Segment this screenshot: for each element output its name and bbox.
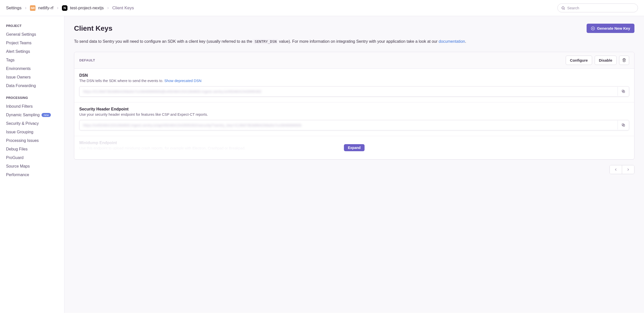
next-page-button[interactable] xyxy=(622,165,634,174)
trash-icon xyxy=(622,58,626,62)
copy-icon xyxy=(621,123,625,127)
client-key-panel: DEFAULT Configure Disable DSN The DSN te… xyxy=(74,52,634,160)
chevron-right-icon xyxy=(56,6,59,10)
sidebar-item-issue-grouping[interactable]: Issue Grouping xyxy=(6,128,64,136)
security-endpoint-field: https://o4504641531084800.ingest.sentry.… xyxy=(79,120,629,130)
breadcrumb-project[interactable]: test-project-nextjs xyxy=(70,6,104,11)
main-content: Client Keys Generate New Key To send dat… xyxy=(64,16,644,313)
expand-button[interactable]: Expand xyxy=(344,144,365,151)
plus-circle-icon xyxy=(591,26,595,30)
chevron-left-icon xyxy=(614,168,618,172)
sidebar-item-performance[interactable]: Performance xyxy=(6,171,64,179)
search-icon xyxy=(561,6,565,10)
security-endpoint-value[interactable]: https://o4504641531084800.ingest.sentry.… xyxy=(80,120,618,130)
prev-page-button[interactable] xyxy=(610,165,622,174)
breadcrumb-org[interactable]: netlify-rf xyxy=(38,6,53,11)
security-endpoint-title: Security Header Endpoint xyxy=(79,107,629,111)
dsn-code: SENTRY_DSN xyxy=(253,39,278,44)
disable-button[interactable]: Disable xyxy=(595,56,617,65)
svg-point-0 xyxy=(562,7,564,9)
sidebar-item-alert-settings[interactable]: Alert Settings xyxy=(6,47,64,56)
org-avatar: NR xyxy=(30,5,35,11)
sidebar-item-processing-issues[interactable]: Processing Issues xyxy=(6,136,64,145)
generate-new-key-label: Generate New Key xyxy=(597,26,630,30)
show-deprecated-dsn-link[interactable]: Show deprecated DSN xyxy=(164,79,202,83)
security-endpoint-description: Use your security header endpoint for fe… xyxy=(79,112,629,116)
sidebar-item-inbound-filters[interactable]: Inbound Filters xyxy=(6,102,64,111)
page-description: To send data to Sentry you will need to … xyxy=(74,38,634,45)
sidebar-item-general-settings[interactable]: General Settings xyxy=(6,30,64,39)
configure-button[interactable]: Configure xyxy=(566,56,592,65)
key-name: DEFAULT xyxy=(79,58,95,62)
sidebar-item-environments[interactable]: Environments xyxy=(6,64,64,73)
sidebar-section-project: PROJECT xyxy=(6,24,64,28)
expand-overlay: Expand xyxy=(74,136,634,159)
sidebar-item-dynamic-sampling[interactable]: Dynamic Sampling new xyxy=(6,111,64,119)
sidebar-item-proguard[interactable]: ProGuard xyxy=(6,153,64,162)
new-badge: new xyxy=(42,113,51,117)
sidebar-item-debug-files[interactable]: Debug Files xyxy=(6,145,64,153)
sidebar-item-issue-owners[interactable]: Issue Owners xyxy=(6,73,64,82)
pagination xyxy=(74,165,634,174)
sidebar-item-data-forwarding[interactable]: Data Forwarding xyxy=(6,82,64,90)
dsn-value[interactable]: https://2139d73b3d664268a5e7cc084668890b… xyxy=(80,87,618,96)
copy-icon xyxy=(621,89,625,93)
dsn-title: DSN xyxy=(79,73,629,78)
svg-line-1 xyxy=(564,9,565,10)
generate-new-key-button[interactable]: Generate New Key xyxy=(587,24,634,33)
sidebar-section-processing: PROCESSING xyxy=(6,96,64,100)
delete-key-button[interactable] xyxy=(619,56,629,65)
project-avatar: N xyxy=(62,5,67,11)
copy-dsn-button[interactable] xyxy=(618,87,629,96)
sidebar-item-tags[interactable]: Tags xyxy=(6,56,64,64)
dsn-field: https://2139d73b3d664268a5e7cc084668890b… xyxy=(79,86,629,97)
breadcrumb-current: Client Keys xyxy=(112,6,134,11)
chevron-right-icon xyxy=(24,6,27,10)
page-title: Client Keys xyxy=(74,24,113,32)
sidebar-item-project-teams[interactable]: Project Teams xyxy=(6,39,64,47)
breadcrumb-settings[interactable]: Settings xyxy=(6,6,21,11)
search-input-wrapper[interactable] xyxy=(557,4,638,12)
sidebar-item-source-maps[interactable]: Source Maps xyxy=(6,162,64,171)
copy-security-endpoint-button[interactable] xyxy=(618,121,629,130)
sidebar-item-security-privacy[interactable]: Security & Privacy xyxy=(6,119,64,128)
search-input[interactable] xyxy=(567,6,634,10)
chevron-right-icon xyxy=(626,168,630,172)
documentation-link[interactable]: documentation xyxy=(439,39,465,44)
sidebar: PROJECT General Settings Project Teams A… xyxy=(0,16,64,313)
sidebar-item-label: Dynamic Sampling xyxy=(6,113,40,117)
breadcrumb: Settings NR netlify-rf N test-project-ne… xyxy=(6,5,134,11)
dsn-description: The DSN tells the SDK where to send the … xyxy=(79,79,629,83)
chevron-right-icon xyxy=(106,6,110,10)
